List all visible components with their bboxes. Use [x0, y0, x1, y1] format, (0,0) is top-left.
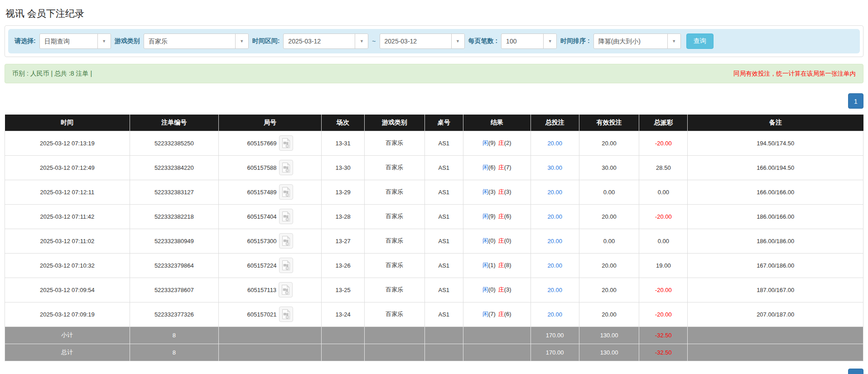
result-banker-score: (6)	[504, 213, 511, 220]
cell-valid-bet: 20.00	[579, 131, 639, 155]
date-from-select[interactable]: 2025-03-12 ▼	[283, 34, 368, 49]
table-row: 2025-03-12 07:10:32 522332379864 6051572…	[5, 253, 863, 278]
time-sort-value: 降冪(由大到小)	[594, 34, 667, 48]
total-bet-link[interactable]: 20.00	[547, 287, 562, 293]
cell-total-bet: 30.00	[530, 155, 579, 180]
chevron-down-icon[interactable]: ▼	[97, 34, 111, 48]
result-banker-label: 庄	[498, 188, 504, 195]
round-id-value: 605157489	[247, 189, 277, 196]
col-header-round-id: 局号	[218, 115, 321, 131]
cell-valid-bet: 20.00	[579, 302, 639, 326]
round-id-value: 605157224	[247, 262, 277, 269]
video-icon[interactable]	[279, 135, 293, 151]
chevron-down-icon[interactable]: ▼	[667, 34, 680, 48]
game-type-select[interactable]: 百家乐 ▼	[144, 34, 249, 49]
page-size-select[interactable]: 100 ▼	[501, 34, 557, 49]
cell-total-bet: 20.00	[530, 131, 579, 155]
cell-table-no: AS1	[424, 253, 463, 278]
cell-payout: 0.00	[639, 180, 688, 204]
grand-total-valid-bet: 130.00	[579, 344, 639, 361]
video-icon[interactable]	[279, 258, 293, 273]
chevron-down-icon[interactable]: ▼	[543, 34, 556, 48]
total-bet-link[interactable]: 20.00	[547, 262, 562, 269]
cell-game-type: 百家乐	[364, 253, 424, 278]
cell-round-id: 605157113	[218, 278, 321, 302]
subtotal-valid-bet: 130.00	[579, 326, 639, 344]
table-row: 2025-03-12 07:09:54 522332378607 6051571…	[5, 278, 863, 302]
cell-time: 2025-03-12 07:11:02	[5, 229, 130, 253]
cell-result: 闲(6)庄(7)	[463, 155, 530, 180]
result-banker-score: (6)	[504, 311, 511, 317]
total-bet-link[interactable]: 30.00	[547, 164, 562, 171]
table-row: 2025-03-12 07:09:19 522332377326 6051570…	[5, 302, 863, 326]
result-banker-score: (0)	[504, 237, 511, 244]
video-icon[interactable]	[279, 233, 293, 249]
total-bet-link[interactable]: 20.00	[547, 140, 562, 147]
valid-bet-notice: 同局有效投注，统一计算在该局第一张注单内	[733, 70, 856, 78]
date-to-select[interactable]: 2025-03-12 ▼	[380, 34, 465, 49]
video-icon[interactable]	[279, 184, 293, 200]
query-type-select-value: 日期查询	[40, 34, 97, 48]
cell-session: 13-28	[322, 204, 365, 229]
cell-time: 2025-03-12 07:10:32	[5, 253, 130, 278]
cell-round-id: 605157404	[218, 204, 321, 229]
video-icon[interactable]	[279, 209, 293, 224]
total-bet-link[interactable]: 20.00	[547, 311, 562, 318]
col-header-game-type: 游戏类别	[364, 115, 424, 131]
chevron-down-icon[interactable]: ▼	[355, 34, 368, 48]
cell-remark: 167.00/186.00	[688, 253, 863, 278]
cell-payout: 0.00	[639, 229, 688, 253]
result-player-label: 闲	[482, 237, 488, 244]
cell-payout: -20.00	[639, 302, 688, 326]
search-button[interactable]: 查询	[686, 34, 714, 49]
result-banker-label: 庄	[498, 139, 504, 146]
cell-time: 2025-03-12 07:11:42	[5, 204, 130, 229]
result-banker-label: 庄	[498, 311, 504, 317]
cell-session: 13-25	[322, 278, 365, 302]
video-icon[interactable]	[279, 282, 293, 297]
page-size-value: 100	[502, 34, 543, 48]
subtotal-row: 小计 8 170.00 130.00 -32.50	[5, 326, 863, 344]
chevron-down-icon[interactable]: ▼	[235, 34, 248, 48]
cell-result: 闲(0)庄(3)	[463, 278, 530, 302]
round-id-value: 605157669	[247, 140, 277, 147]
filter-bar: 请选择: 日期查询 ▼ 游戏类别 百家乐 ▼ 时间区间: 2025-03-12 …	[8, 29, 860, 53]
result-player-score: (9)	[488, 213, 496, 220]
total-bet-link[interactable]: 20.00	[547, 213, 562, 220]
total-bet-link[interactable]: 20.00	[547, 238, 562, 245]
grand-total-total-bet: 170.00	[530, 344, 579, 361]
date-range-label: 时间区间:	[252, 37, 280, 45]
total-bet-link[interactable]: 20.00	[547, 189, 562, 196]
result-player-label: 闲	[482, 164, 488, 171]
cell-payout: 19.00	[639, 253, 688, 278]
cell-time: 2025-03-12 07:12:49	[5, 155, 130, 180]
game-type-label: 游戏类别	[115, 37, 140, 45]
cell-time: 2025-03-12 07:13:19	[5, 131, 130, 155]
cell-session: 13-31	[322, 131, 365, 155]
video-icon[interactable]	[279, 307, 293, 322]
time-sort-select[interactable]: 降冪(由大到小) ▼	[593, 34, 681, 49]
filter-panel: 请选择: 日期查询 ▼ 游戏类别 百家乐 ▼ 时间区间: 2025-03-12 …	[5, 25, 863, 57]
cell-table-no: AS1	[424, 278, 463, 302]
result-player-score: (1)	[488, 262, 496, 269]
cell-remark: 186.00/166.00	[688, 204, 863, 229]
pagination-page-1[interactable]: 1	[848, 93, 863, 109]
round-id-value: 605157021	[247, 311, 277, 318]
cell-result: 闲(9)庄(6)	[463, 204, 530, 229]
cell-payout: -20.00	[639, 204, 688, 229]
result-player-score: (9)	[488, 139, 496, 146]
table-row: 2025-03-12 07:11:02 522332380949 6051573…	[5, 229, 863, 253]
cell-table-no: AS1	[424, 229, 463, 253]
currency-summary-bar: 币别 : 人民币 | 总共 :8 注单 | 同局有效投注，统一计算在该局第一张注…	[5, 64, 863, 83]
chevron-down-icon[interactable]: ▼	[451, 34, 464, 48]
video-icon[interactable]	[279, 160, 293, 175]
cell-game-type: 百家乐	[364, 180, 424, 204]
cell-total-bet: 20.00	[530, 180, 579, 204]
cell-payout: 28.50	[639, 155, 688, 180]
cell-payout: -20.00	[639, 131, 688, 155]
subtotal-payout: -32.50	[639, 326, 688, 344]
cell-total-bet: 20.00	[530, 302, 579, 326]
query-type-select[interactable]: 日期查询 ▼	[39, 34, 111, 49]
pagination-page-1[interactable]: 1	[848, 369, 863, 374]
cell-bet-id: 522332384220	[130, 155, 218, 180]
